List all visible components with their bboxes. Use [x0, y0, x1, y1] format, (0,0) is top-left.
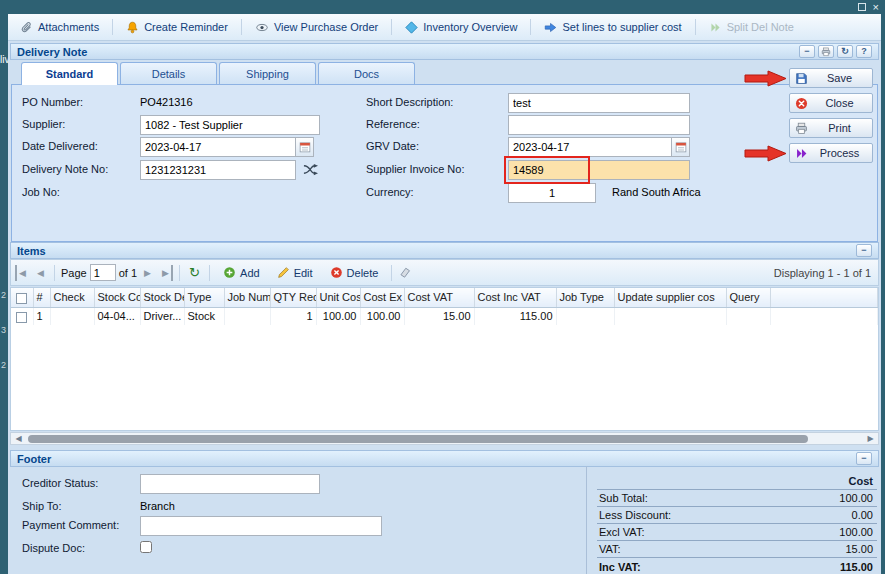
col-stock-code[interactable]: Stock Cod — [94, 288, 140, 307]
creditor-status-input[interactable] — [140, 474, 320, 494]
payment-comment-input[interactable] — [140, 516, 382, 536]
cell-update-supplier-cost — [614, 307, 726, 325]
col-cost-vat[interactable]: Cost VAT — [404, 288, 474, 307]
col-num[interactable]: # — [33, 288, 50, 307]
refresh-icon[interactable]: ↻ — [186, 265, 203, 280]
tab-standard[interactable]: Standard — [21, 62, 118, 85]
supplier-invoice-no-label: Supplier Invoice No: — [366, 163, 464, 175]
scrollbar-thumb[interactable] — [28, 435, 808, 443]
delivery-note-no-input[interactable] — [140, 160, 296, 180]
col-stock-desc[interactable]: Stock Des — [140, 288, 184, 307]
grv-date-input[interactable] — [508, 137, 672, 157]
pager-first-icon[interactable]: ◀ — [15, 265, 30, 281]
row-checkbox[interactable] — [16, 312, 27, 323]
view-purchase-order-button[interactable]: View Purchase Order — [247, 17, 386, 38]
col-update-supplier-cost[interactable]: Update supplier cos — [614, 288, 726, 307]
split-del-note-button[interactable]: Split Del Note — [701, 17, 802, 38]
action-button-stack: Save Close Print Process — [789, 68, 873, 163]
print-label: Print — [812, 122, 867, 134]
pager-last-icon[interactable]: ▶ — [158, 265, 173, 281]
create-reminder-button[interactable]: Create Reminder — [118, 17, 236, 38]
annotation-arrow-process — [744, 145, 788, 164]
footer-minimize-icon[interactable]: − — [856, 452, 872, 465]
ship-to-value: Branch — [140, 500, 175, 512]
delete-row-button[interactable]: Delete — [323, 263, 386, 282]
supplier-invoice-no-input[interactable] — [508, 160, 690, 180]
col-qty-received[interactable]: QTY Rece — [270, 288, 316, 307]
items-toolbar: ◀ ◀ Page of 1 ▶ ▶ ↻ Add Edit Delete Disp… — [10, 259, 879, 286]
grv-date-calendar-icon[interactable] — [672, 137, 690, 157]
close-icon — [795, 97, 808, 110]
short-description-input[interactable] — [508, 93, 690, 113]
select-all-checkbox[interactable] — [16, 293, 27, 304]
toolbar-separator — [179, 265, 180, 281]
tab-details[interactable]: Details — [120, 62, 217, 84]
delivery-note-panel-title: Delivery Note — [17, 46, 87, 58]
attachments-button[interactable]: Attachments — [12, 17, 107, 38]
dispute-doc-checkbox[interactable] — [140, 541, 152, 553]
col-cost-inc-vat[interactable]: Cost Inc VAT — [474, 288, 556, 307]
scroll-right-icon[interactable]: ▶ — [864, 434, 877, 443]
excl-vat-label: Excl VAT: — [599, 526, 644, 538]
col-job-type[interactable]: Job Type — [556, 288, 614, 307]
save-button[interactable]: Save — [789, 68, 873, 88]
cell-unit-cost: 100.00 — [316, 307, 360, 325]
inventory-overview-button[interactable]: Inventory Overview — [397, 17, 525, 38]
tab-docs[interactable]: Docs — [318, 62, 415, 84]
pager-next-icon[interactable]: ▶ — [140, 265, 155, 281]
page-label: Page — [61, 267, 87, 279]
col-query[interactable]: Query — [726, 288, 770, 307]
edit-row-button[interactable]: Edit — [270, 263, 320, 282]
eraser-icon[interactable] — [398, 265, 412, 280]
horizontal-scrollbar[interactable]: ◀ ▶ — [10, 432, 879, 445]
col-cost-ex-vat[interactable]: Cost Ex V — [360, 288, 404, 307]
short-description-label: Short Description: — [366, 96, 453, 108]
reference-input[interactable] — [508, 115, 690, 135]
toolbar-separator — [695, 19, 696, 35]
pager-prev-icon[interactable]: ◀ — [33, 265, 48, 281]
delivery-note-no-label: Delivery Note No: — [22, 163, 108, 175]
toolbar-separator — [54, 265, 55, 281]
save-icon — [795, 72, 808, 85]
inc-vat-value: 115.00 — [840, 561, 873, 573]
strip-mark: 3 — [1, 325, 6, 335]
close-button[interactable]: Close — [789, 93, 873, 113]
table-row[interactable]: 1 04-04... Driver... Stock 1 100.00 100.… — [11, 307, 878, 325]
add-row-button[interactable]: Add — [216, 263, 267, 282]
strip-text-fragment: liv — [0, 54, 8, 65]
panel-minimize-icon[interactable]: − — [799, 45, 815, 58]
set-lines-supplier-cost-button[interactable]: Set lines to supplier cost — [536, 17, 689, 38]
col-job-number[interactable]: Job Numb — [224, 288, 270, 307]
tab-shipping[interactable]: Shipping — [219, 62, 316, 84]
date-delivered-calendar-icon[interactable] — [296, 137, 314, 157]
supplier-input[interactable] — [140, 115, 320, 135]
col-check[interactable]: Check — [50, 288, 94, 307]
window-restore-icon[interactable] — [858, 3, 866, 11]
panel-refresh-icon[interactable]: ↻ — [837, 45, 853, 58]
currency-input[interactable] — [508, 183, 596, 203]
process-button[interactable]: Process — [789, 143, 873, 163]
tab-docs-label: Docs — [354, 68, 379, 80]
paperclip-icon — [20, 21, 33, 34]
eye-icon — [255, 21, 269, 34]
scroll-left-icon[interactable]: ◀ — [12, 434, 25, 443]
tab-shipping-label: Shipping — [246, 68, 289, 80]
items-panel-header: Items − — [10, 242, 879, 259]
window-close-icon[interactable]: × — [873, 2, 879, 13]
page-number-input[interactable] — [90, 264, 116, 281]
total-row-subtotal: Sub Total: 100.00 — [597, 490, 877, 507]
vat-value: 15.00 — [845, 543, 873, 555]
panel-print-icon[interactable] — [818, 45, 834, 58]
shuffle-icon[interactable] — [302, 162, 319, 179]
add-icon — [223, 266, 236, 279]
cell-num: 1 — [33, 307, 50, 325]
items-minimize-icon[interactable]: − — [856, 244, 872, 257]
total-row-vat: VAT: 15.00 — [597, 541, 877, 558]
cell-cost-vat: 15.00 — [404, 307, 474, 325]
date-delivered-input[interactable] — [140, 137, 296, 157]
edit-label: Edit — [294, 267, 313, 279]
panel-help-icon[interactable]: ? — [856, 45, 872, 58]
col-unit-cost[interactable]: Unit Cost — [316, 288, 360, 307]
col-type[interactable]: Type — [184, 288, 224, 307]
print-button[interactable]: Print — [789, 118, 873, 138]
